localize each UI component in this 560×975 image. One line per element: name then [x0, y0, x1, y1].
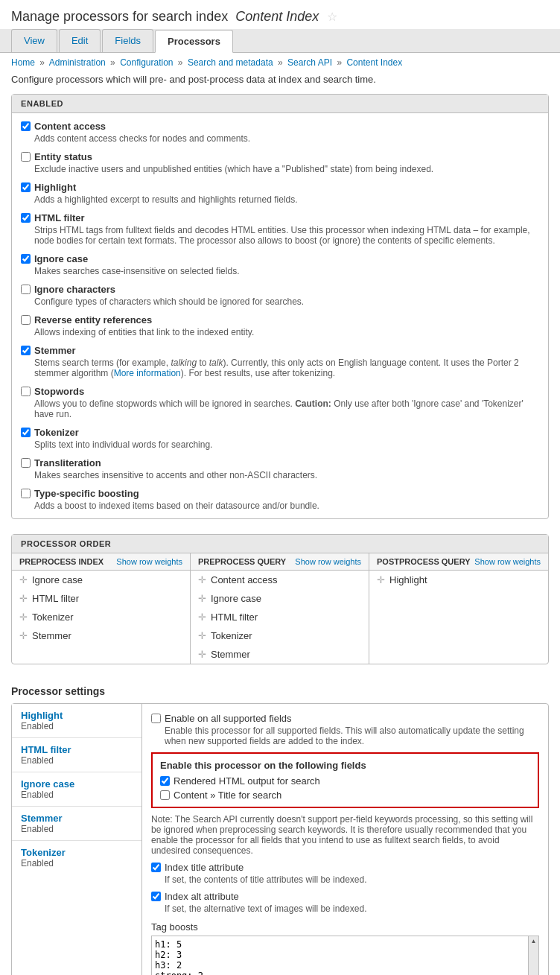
tag-boosts-textarea[interactable]: h1: 5 h2: 3 h3: 2 strong: 2 b: 2 em: 1.5 [151, 936, 529, 975]
settings-sidebar-item-highlight[interactable]: Highlight Enabled [12, 704, 141, 738]
processor-ignore-chars-checkbox[interactable] [21, 285, 31, 294]
tab-view[interactable]: View [11, 29, 57, 52]
drag-handle-icon[interactable]: ✛ [377, 574, 385, 585]
processor-transliteration: Transliteration Makes searches insensiti… [21, 457, 539, 480]
processor-reverse-entity-desc: Allows indexing of entities that link to… [21, 327, 539, 337]
breadcrumb-home[interactable]: Home [11, 57, 35, 68]
field-content-title-checkbox[interactable] [160, 790, 170, 800]
processor-ignore-chars-label[interactable]: Ignore characters [21, 284, 539, 295]
index-alt-attr-checkbox[interactable] [151, 892, 161, 901]
postprocess-query-show-weights[interactable]: Show row weights [474, 557, 541, 566]
breadcrumb-config[interactable]: Configuration [120, 57, 173, 68]
index-alt-attr-label[interactable]: Index alt attribute [151, 891, 539, 902]
settings-panel: Enable on all supported fields Enable th… [142, 704, 548, 975]
settings-sidebar-item-tokenizer[interactable]: Tokenizer Enabled [12, 841, 141, 874]
breadcrumb-content-index[interactable]: Content Index [346, 57, 402, 68]
drag-handle-icon[interactable]: ✛ [19, 612, 28, 623]
sidebar-item-status-highlight: Enabled [21, 721, 133, 731]
drag-handle-icon[interactable]: ✛ [19, 593, 28, 604]
processor-tokenizer-label[interactable]: Tokenizer [21, 427, 539, 438]
processor-type-boosting: Type-specific boosting Adds a boost to i… [21, 488, 539, 511]
drag-handle-icon[interactable]: ✛ [198, 612, 206, 623]
processor-highlight-label[interactable]: Highlight [21, 182, 539, 193]
processor-reverse-entity-label[interactable]: Reverse entity references [21, 314, 539, 325]
settings-sidebar-item-stemmer[interactable]: Stemmer Enabled [12, 807, 141, 841]
processor-tokenizer: Tokenizer Splits text into individual wo… [21, 427, 539, 450]
field-content-title-label[interactable]: Content » Title for search [160, 790, 530, 801]
panel-note: Note: The Search API currently doesn't s… [151, 814, 539, 856]
enable-all-fields-label[interactable]: Enable on all supported fields [151, 713, 539, 724]
preprocess-query-show-weights[interactable]: Show row weights [295, 557, 361, 566]
processor-order-section: PROCESSOR ORDER PREPROCESS INDEX Show ro… [11, 534, 549, 664]
processor-highlight: Highlight Adds a highlighted excerpt to … [21, 182, 539, 205]
drag-handle-icon[interactable]: ✛ [198, 574, 206, 585]
order-col-postprocess-query: POSTPROCESS QUERY Show row weights ✛High… [369, 553, 548, 664]
processor-ignore-chars-desc: Configure types of characters which shou… [21, 296, 539, 307]
processor-ignore-case: Ignore case Makes searches case-insensit… [21, 253, 539, 276]
postprocess-query-title: POSTPROCESS QUERY [377, 557, 471, 566]
index-title-attr-row: Index title attribute If set, the conten… [151, 862, 539, 885]
settings-sidebar: Highlight Enabled HTML filter Enabled Ig… [12, 704, 142, 975]
tab-edit[interactable]: Edit [59, 29, 101, 52]
processor-reverse-entity-checkbox[interactable] [21, 315, 31, 325]
index-alt-attr-desc: If set, the alternative text of images w… [151, 903, 539, 914]
order-item: ✛Tokenizer [12, 608, 190, 626]
drag-handle-icon[interactable]: ✛ [19, 574, 28, 585]
processor-content-access-label[interactable]: Content access [21, 121, 539, 132]
drag-handle-icon[interactable]: ✛ [198, 649, 206, 660]
drag-handle-icon[interactable]: ✛ [19, 630, 28, 641]
index-title-attr-label[interactable]: Index title attribute [151, 862, 539, 873]
processor-html-filter-label[interactable]: HTML filter [21, 212, 539, 223]
field-rendered-html-row: Rendered HTML output for search [160, 775, 530, 787]
processor-ignore-case-checkbox[interactable] [21, 254, 31, 264]
index-alt-attr-row: Index alt attribute If set, the alternat… [151, 891, 539, 914]
page-header: Manage processors for search index Conte… [0, 0, 560, 29]
sidebar-item-name-tokenizer: Tokenizer [21, 847, 133, 858]
processor-stemmer-checkbox[interactable] [21, 346, 31, 355]
settings-sidebar-item-ignore-case[interactable]: Ignore case Enabled [12, 772, 141, 807]
order-item: ✛Stemmer [12, 626, 190, 645]
processor-html-filter-checkbox[interactable] [21, 213, 31, 223]
preprocess-index-show-weights[interactable]: Show row weights [116, 557, 182, 566]
processor-entity-status-label[interactable]: Entity status [21, 151, 539, 162]
tag-boosts-label: Tag boosts [151, 921, 539, 933]
processor-type-boosting-desc: Adds a boost to indexed items based on t… [21, 501, 539, 511]
processor-ignore-case-label[interactable]: Ignore case [21, 253, 539, 264]
processor-stemmer-label[interactable]: Stemmer [21, 345, 539, 356]
order-item: ✛Content access [191, 571, 369, 589]
drag-handle-icon[interactable]: ✛ [198, 630, 206, 641]
drag-handle-icon[interactable]: ✛ [198, 593, 206, 604]
field-rendered-html-checkbox[interactable] [160, 776, 170, 786]
processor-tokenizer-checkbox[interactable] [21, 428, 31, 437]
processor-stopwords-checkbox[interactable] [21, 387, 31, 396]
breadcrumb-search-metadata[interactable]: Search and metadata [188, 57, 273, 68]
enable-all-fields-checkbox[interactable] [151, 714, 161, 723]
settings-sidebar-item-html-filter[interactable]: HTML filter Enabled [12, 738, 141, 772]
order-item: ✛HTML filter [191, 608, 369, 626]
processor-stopwords-label[interactable]: Stopwords [21, 386, 539, 397]
index-title-attr-desc: If set, the contents of title attributes… [151, 874, 539, 885]
tab-processors[interactable]: Processors [155, 30, 233, 53]
star-icon[interactable]: ☆ [327, 10, 337, 23]
field-rendered-html-label[interactable]: Rendered HTML output for search [160, 775, 530, 787]
breadcrumb-admin[interactable]: Administration [49, 57, 106, 68]
preprocess-index-title: PREPROCESS INDEX [19, 557, 104, 566]
processor-highlight-checkbox[interactable] [21, 182, 31, 192]
processor-type-boosting-label[interactable]: Type-specific boosting [21, 488, 539, 499]
processor-type-boosting-checkbox[interactable] [21, 489, 31, 498]
order-item: ✛Ignore case [191, 589, 369, 608]
more-info-link[interactable]: More information [114, 368, 181, 378]
processor-entity-status: Entity status Exclude inactive users and… [21, 151, 539, 174]
tab-fields[interactable]: Fields [102, 29, 153, 52]
processor-content-access-checkbox[interactable] [21, 121, 31, 131]
scrollbar-up-icon[interactable]: ▲ [531, 938, 537, 944]
breadcrumb-search-api[interactable]: Search API [287, 57, 332, 68]
enable-fields-box: Enable this processor on the following f… [151, 752, 539, 808]
sidebar-item-status-ignore-case: Enabled [21, 790, 133, 800]
processor-transliteration-checkbox[interactable] [21, 458, 31, 468]
processor-transliteration-label[interactable]: Transliteration [21, 457, 539, 469]
processor-entity-status-checkbox[interactable] [21, 152, 31, 162]
processor-stopwords-desc: Allows you to define stopwords which wil… [21, 398, 539, 419]
enabled-section: ENABLED Content access Adds content acce… [11, 94, 549, 519]
index-title-attr-checkbox[interactable] [151, 863, 161, 872]
